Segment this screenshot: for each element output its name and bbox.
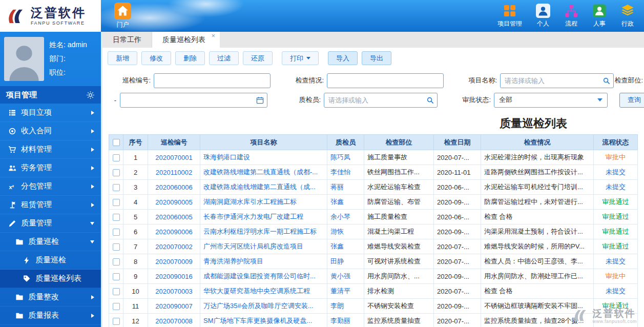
sidebar-item-quality-inspection-entry[interactable]: 质量巡检: [0, 251, 101, 270]
project-name-link[interactable]: 长春市伊通河水力发电厂改建工程: [203, 213, 303, 220]
column-header[interactable]: 检查部位: [364, 135, 434, 150]
inspection-no-link[interactable]: 2020070009: [155, 258, 192, 265]
sidebar-item-quality-inspection[interactable]: 质量巡检: [0, 233, 101, 251]
row-checkbox[interactable]: [113, 229, 120, 236]
delete-button[interactable]: 删除: [175, 51, 205, 65]
sidebar-item-subcontract-management[interactable]: x²分包管理: [0, 177, 101, 196]
search-button[interactable]: 查询: [619, 93, 644, 108]
tab-daily-work[interactable]: 日常工作: [102, 32, 152, 48]
add-button[interactable]: 新增: [108, 51, 137, 65]
row-checkbox[interactable]: [113, 169, 120, 176]
print-button[interactable]: 打印: [282, 51, 319, 65]
project-input[interactable]: [500, 73, 614, 88]
inspection-no-link[interactable]: 2020090016: [155, 273, 192, 280]
row-checkbox[interactable]: [113, 303, 120, 310]
gear-icon[interactable]: [86, 91, 95, 99]
row-checkbox[interactable]: [113, 184, 120, 191]
select-all-checkbox[interactable]: [113, 139, 120, 146]
edit-button[interactable]: 修改: [141, 51, 171, 65]
sidebar-item-quality-inspection-list[interactable]: 质量巡检列表: [0, 270, 101, 288]
cell-inspection-no: 2020070009: [148, 254, 200, 269]
project-name-link[interactable]: 云南水利枢纽浮明水库一期工程施工标: [203, 228, 317, 235]
inspection-no-link[interactable]: 2020090007: [155, 302, 192, 310]
row-checkbox[interactable]: [113, 199, 120, 206]
column-header[interactable]: 项目名称: [200, 135, 327, 150]
row-checkbox[interactable]: [113, 318, 120, 325]
row-checkbox[interactable]: [113, 273, 120, 280]
search-icon[interactable]: [426, 96, 434, 104]
sidebar-section-header[interactable]: 项目管理: [0, 86, 101, 104]
inspection-no-link[interactable]: 2020070002: [155, 243, 192, 251]
close-icon[interactable]: ×: [211, 32, 215, 40]
search-icon[interactable]: [603, 77, 610, 85]
nav-project-management[interactable]: 项目管理: [497, 4, 522, 28]
tab-bar: 日常工作 质量巡检列表 ×: [102, 32, 644, 48]
inspector-input[interactable]: [324, 93, 438, 108]
inspection-no-link[interactable]: 2020060005: [155, 213, 192, 221]
project-name-link[interactable]: 珠海鹤港口建设: [203, 153, 250, 161]
column-header[interactable]: 检查日期: [434, 135, 481, 150]
column-header[interactable]: 检查情况: [481, 135, 594, 150]
sidebar-item-project-initiation[interactable]: 项目立项: [0, 104, 101, 122]
project-name-link[interactable]: 湖南洞庭湖水库引水工程施工标: [203, 198, 297, 206]
sidebar-item-quality-management[interactable]: 质量管理: [0, 214, 101, 233]
inspector-link[interactable]: 田静: [330, 257, 344, 265]
project-name-link[interactable]: SM广场地下车库更换摄像机及硬盘...: [203, 317, 312, 324]
row-checkbox[interactable]: [113, 154, 120, 161]
inspection-no-link[interactable]: 2020110002: [156, 169, 192, 176]
project-name-link[interactable]: 广州市天河区统计局机房改造项目: [203, 242, 303, 250]
row-checkbox[interactable]: [113, 288, 120, 295]
inspector-link[interactable]: 李朗: [330, 302, 344, 310]
sidebar-item-income-contract[interactable]: 收入合同: [0, 122, 101, 140]
row-checkbox[interactable]: [113, 258, 120, 265]
situation-input[interactable]: [327, 73, 444, 88]
check-date-input[interactable]: [120, 93, 267, 108]
approval-status-select[interactable]: 全部: [494, 93, 608, 108]
restore-button[interactable]: 还原: [243, 51, 273, 65]
inspector-link[interactable]: 游恢: [330, 228, 344, 235]
tab-quality-inspection-list[interactable]: 质量巡检列表 ×: [152, 32, 220, 48]
nav-process[interactable]: 流程: [564, 4, 578, 28]
inspector-link[interactable]: 董清平: [330, 287, 350, 295]
project-name-link[interactable]: 成都能源建设集团投资有限公司临时...: [203, 272, 316, 280]
inspection-no-link[interactable]: 2020090005: [155, 198, 192, 206]
column-header[interactable]: 流程状态: [594, 135, 638, 150]
project-name-link[interactable]: 改建铁路线增建第二线直通线（成都-...: [203, 168, 318, 176]
nav-personal[interactable]: 个人: [536, 4, 550, 28]
inspection-no-link[interactable]: 2020070008: [155, 317, 192, 325]
inspector-link[interactable]: 李佳怡: [330, 168, 350, 176]
row-checkbox[interactable]: [113, 243, 120, 251]
sidebar-item-labor-management[interactable]: 劳务管理: [0, 159, 101, 177]
export-button[interactable]: 导出: [362, 51, 391, 65]
inspection-no-link[interactable]: 2020060006: [155, 183, 192, 191]
calendar-icon[interactable]: [256, 96, 264, 104]
inspection-no-link[interactable]: 2020090006: [155, 228, 192, 236]
column-header[interactable]: 质检员: [327, 135, 364, 150]
nav-hr[interactable]: 人事: [592, 4, 607, 28]
inspector-link[interactable]: 余小琴: [330, 213, 350, 220]
inspector-link[interactable]: 蒋丽: [330, 183, 344, 191]
inspection-no-link[interactable]: 2020070003: [155, 288, 192, 295]
project-name-link[interactable]: 青海洪湖养护院项目: [203, 257, 263, 265]
nav-administration[interactable]: 行政: [620, 4, 635, 28]
column-header[interactable]: 巡检编号: [148, 135, 200, 150]
inspector-link[interactable]: 张鑫: [330, 242, 344, 250]
inspection-no-input[interactable]: [154, 73, 271, 88]
nav-portal[interactable]: 门户: [114, 3, 131, 29]
inspector-link[interactable]: 李勤丽: [330, 317, 350, 324]
sidebar-item-lease-management[interactable]: 租赁管理: [0, 196, 101, 214]
inspector-link[interactable]: 陈巧凤: [330, 153, 350, 161]
inspector-link[interactable]: 黄小强: [330, 272, 350, 280]
inspection-no-link[interactable]: 2020070001: [155, 154, 192, 161]
sidebar-item-quality-report[interactable]: 质量报表: [0, 306, 101, 325]
import-button[interactable]: 导入: [328, 51, 358, 65]
row-checkbox[interactable]: [113, 214, 120, 221]
project-name-link[interactable]: 华软大厦研究基地中央空调系统工程: [203, 287, 310, 295]
column-header[interactable]: 序号: [123, 135, 148, 150]
project-name-link[interactable]: 万达广场35#会所及咖啡厅空调安装...: [203, 302, 314, 310]
project-name-link[interactable]: 改建铁路成渝线增建第二直通线（成...: [203, 183, 316, 191]
sidebar-item-quality-rectification[interactable]: 质量整改: [0, 288, 101, 306]
filter-button[interactable]: 过滤: [209, 51, 239, 65]
sidebar-item-material-management[interactable]: 材料管理: [0, 140, 101, 159]
inspector-link[interactable]: 张鑫: [330, 198, 344, 206]
